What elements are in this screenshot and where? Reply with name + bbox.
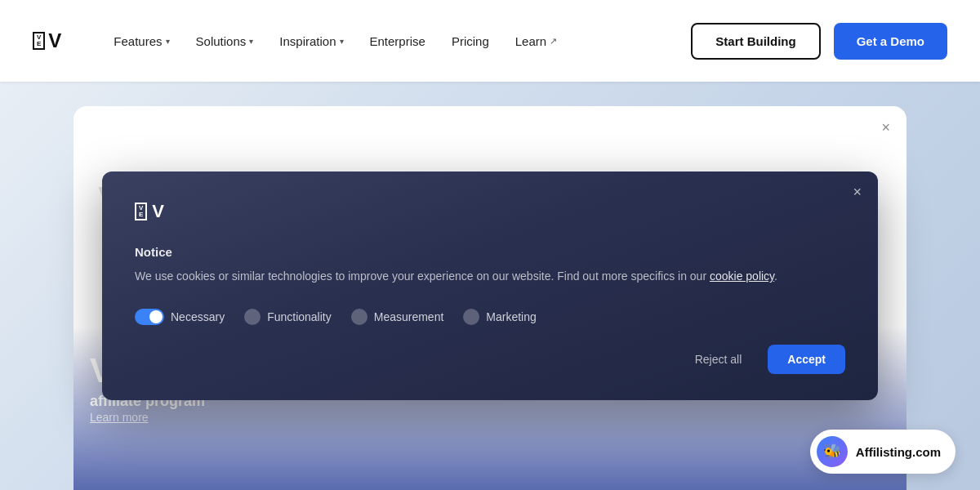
affilisting-icon: 🐝 [817, 436, 848, 467]
toggle-functionality-label: Functionality [267, 310, 332, 323]
toggle-functionality: Functionality [244, 309, 332, 325]
modal-toggles: Necessary Functionality Measurement Mark… [135, 309, 845, 325]
modal-logo-box: VE [135, 203, 147, 220]
modal-close-button[interactable]: × [853, 185, 862, 199]
external-link-icon: ↗ [550, 36, 557, 47]
toggle-necessary-label: Necessary [171, 310, 225, 323]
toggle-marketing-switch[interactable] [463, 309, 479, 325]
toggle-measurement-switch[interactable] [351, 309, 368, 325]
nav-actions: Start Building Get a Demo [691, 23, 947, 60]
nav-item-pricing[interactable]: Pricing [442, 28, 499, 55]
chevron-down-icon: ▾ [166, 37, 170, 46]
modal-notice-text: We use cookies or similar technologies t… [135, 267, 845, 285]
toggle-marketing-label: Marketing [486, 310, 536, 323]
affilisting-text: Affilisting.com [856, 445, 941, 459]
toggle-necessary-switch[interactable] [135, 309, 164, 325]
modal-overlay: VE V × Notice We use cookies or similar … [0, 82, 980, 490]
toggle-measurement-label: Measurement [374, 310, 444, 323]
nav-item-learn[interactable]: Learn ↗ [506, 28, 567, 55]
logo[interactable]: VE V [33, 29, 61, 52]
chevron-down-icon: ▾ [249, 37, 253, 46]
modal-footer: Reject all Accept [135, 345, 845, 374]
accept-button[interactable]: Accept [768, 345, 845, 374]
toggle-marketing: Marketing [463, 309, 536, 325]
nav-item-enterprise[interactable]: Enterprise [360, 28, 435, 55]
toggle-measurement: Measurement [351, 309, 444, 325]
modal-notice-title: Notice [135, 245, 845, 259]
nav-item-solutions[interactable]: Solutions ▾ [186, 28, 264, 55]
reject-all-button[interactable]: Reject all [682, 345, 755, 374]
cookie-modal: VE V × Notice We use cookies or similar … [102, 172, 878, 399]
modal-logo-letter: V [152, 201, 164, 222]
toggle-necessary: Necessary [135, 309, 225, 325]
logo-letter: V [48, 29, 61, 52]
modal-logo: VE V [135, 201, 845, 222]
logo-box: VE [33, 32, 45, 50]
nav-item-features[interactable]: Features ▾ [104, 28, 179, 55]
toggle-functionality-switch[interactable] [244, 309, 261, 325]
main-area: × Vi‧‧‧ ‧‧‧‧ll ‧‧‧‧il‧‧ ‧‧‧ll ‧‧‧... Vev… [0, 82, 980, 490]
navbar: VE V Features ▾ Solutions ▾ Inspiration … [0, 0, 980, 82]
start-building-button[interactable]: Start Building [691, 23, 820, 60]
cookie-policy-link[interactable]: cookie policy [710, 270, 774, 283]
nav-item-inspiration[interactable]: Inspiration ▾ [270, 28, 353, 55]
get-demo-button[interactable]: Get a Demo [834, 23, 947, 60]
chevron-down-icon: ▾ [340, 37, 344, 46]
nav-links: Features ▾ Solutions ▾ Inspiration ▾ Ent… [104, 28, 665, 55]
affilisting-badge[interactable]: 🐝 Affilisting.com [810, 430, 956, 474]
